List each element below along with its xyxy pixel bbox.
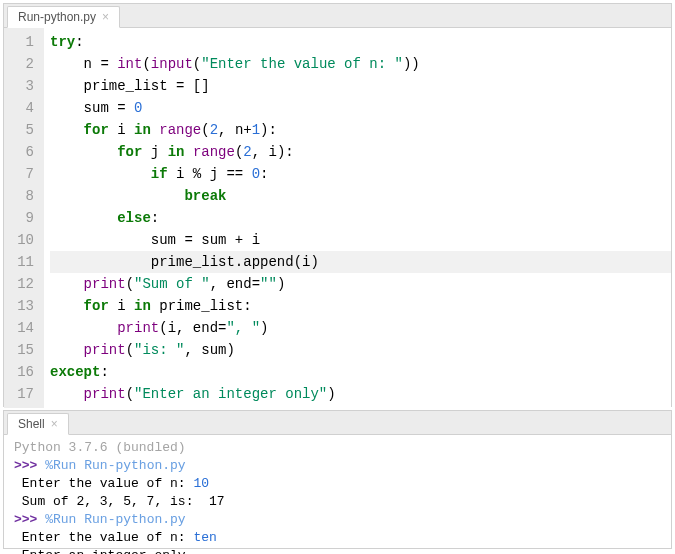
editor-tab-label: Run-python.py — [18, 10, 96, 24]
shell-line: >>> %Run Run-python.py — [14, 511, 661, 529]
line-number: 15 — [10, 339, 34, 361]
code-line[interactable]: print("is: ", sum) — [50, 339, 671, 361]
code-lines[interactable]: try: n = int(input("Enter the value of n… — [44, 28, 671, 408]
shell-tab[interactable]: Shell × — [7, 413, 69, 435]
code-line[interactable]: break — [50, 185, 671, 207]
code-line[interactable]: for i in range(2, n+1): — [50, 119, 671, 141]
shell-line: Python 3.7.6 (bundled) — [14, 439, 661, 457]
shell-line: Enter an integer only — [14, 547, 661, 554]
editor-tab[interactable]: Run-python.py × — [7, 6, 120, 28]
line-number: 14 — [10, 317, 34, 339]
shell-tabbar: Shell × — [4, 411, 671, 435]
line-number: 4 — [10, 97, 34, 119]
close-icon[interactable]: × — [102, 11, 109, 23]
line-number: 16 — [10, 361, 34, 383]
close-icon[interactable]: × — [51, 418, 58, 430]
code-line[interactable]: print("Enter an integer only") — [50, 383, 671, 405]
code-line[interactable]: for j in range(2, i): — [50, 141, 671, 163]
code-line[interactable]: if i % j == 0: — [50, 163, 671, 185]
code-line[interactable]: for i in prime_list: — [50, 295, 671, 317]
line-number: 5 — [10, 119, 34, 141]
code-area[interactable]: 1234567891011121314151617 try: n = int(i… — [4, 28, 671, 408]
line-number: 10 — [10, 229, 34, 251]
code-line[interactable]: sum = sum + i — [50, 229, 671, 251]
shell-line: Enter the value of n: ten — [14, 529, 661, 547]
shell-output[interactable]: Python 3.7.6 (bundled)>>> %Run Run-pytho… — [4, 435, 671, 554]
shell-line: >>> %Run Run-python.py — [14, 457, 661, 475]
line-number: 12 — [10, 273, 34, 295]
line-number: 17 — [10, 383, 34, 405]
line-number-gutter: 1234567891011121314151617 — [4, 28, 44, 408]
code-line[interactable]: except: — [50, 361, 671, 383]
shell-tab-label: Shell — [18, 417, 45, 431]
code-line[interactable]: n = int(input("Enter the value of n: ")) — [50, 53, 671, 75]
code-line[interactable]: print(i, end=", ") — [50, 317, 671, 339]
line-number: 13 — [10, 295, 34, 317]
line-number: 7 — [10, 163, 34, 185]
line-number: 1 — [10, 31, 34, 53]
code-line[interactable]: try: — [50, 31, 671, 53]
code-line[interactable]: prime_list = [] — [50, 75, 671, 97]
code-line[interactable]: print("Sum of ", end="") — [50, 273, 671, 295]
editor-tabbar: Run-python.py × — [4, 4, 671, 28]
shell-line: Sum of 2, 3, 5, 7, is: 17 — [14, 493, 661, 511]
line-number: 8 — [10, 185, 34, 207]
code-line[interactable]: prime_list.append(i) — [50, 251, 671, 273]
shell-line: Enter the value of n: 10 — [14, 475, 661, 493]
shell-panel: Shell × Python 3.7.6 (bundled)>>> %Run R… — [3, 410, 672, 549]
line-number: 6 — [10, 141, 34, 163]
line-number: 3 — [10, 75, 34, 97]
line-number: 11 — [10, 251, 34, 273]
line-number: 2 — [10, 53, 34, 75]
code-line[interactable]: sum = 0 — [50, 97, 671, 119]
editor-panel: Run-python.py × 123456789101112131415161… — [3, 3, 672, 407]
line-number: 9 — [10, 207, 34, 229]
code-line[interactable]: else: — [50, 207, 671, 229]
